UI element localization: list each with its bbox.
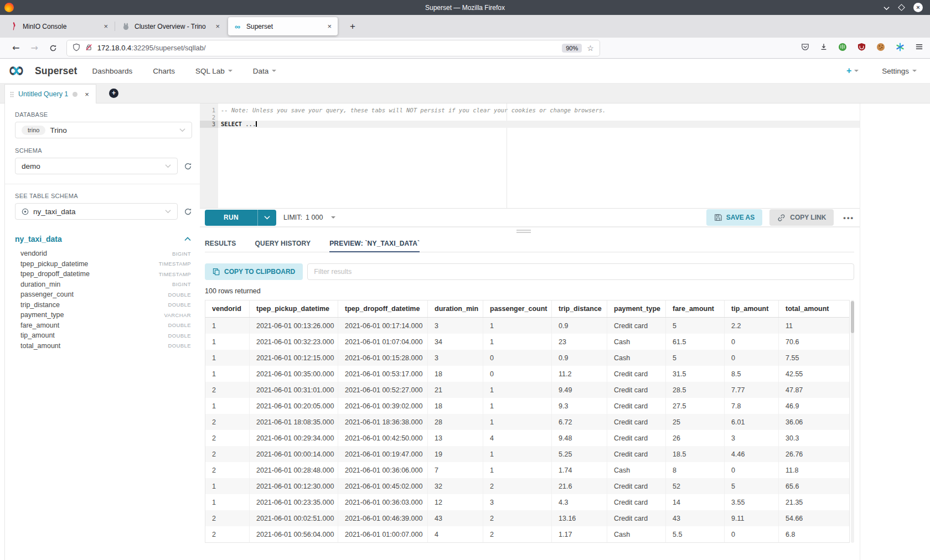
- copy-link-button[interactable]: COPY LINK: [769, 209, 834, 226]
- database-select[interactable]: trino Trino: [15, 122, 192, 138]
- column-header[interactable]: vendorid: [205, 300, 250, 317]
- tab-close-icon[interactable]: ×: [102, 22, 109, 30]
- filter-results-input[interactable]: [307, 263, 854, 280]
- table-cell: Cash: [607, 334, 666, 350]
- column-header[interactable]: fare_amount: [666, 300, 725, 317]
- column-name: tpep_pickup_datetime: [20, 260, 88, 268]
- run-options-chevron-icon[interactable]: [257, 210, 276, 226]
- insecure-lock-icon[interactable]: [85, 43, 92, 53]
- column-type: DOUBLE: [168, 333, 191, 339]
- table-cell: 6.8: [779, 526, 849, 542]
- nav-item-sql-lab[interactable]: SQL Lab: [195, 67, 232, 75]
- table-refresh-button[interactable]: [184, 208, 192, 216]
- editor-code[interactable]: -- Note: Unless you save your query, the…: [218, 103, 860, 208]
- privacy-badger-icon[interactable]: [838, 43, 847, 54]
- column-type: TIMESTAMP: [159, 261, 191, 267]
- copy-to-clipboard-button[interactable]: COPY TO CLIPBOARD: [205, 263, 303, 280]
- table-select[interactable]: ny_taxi_data: [15, 203, 178, 220]
- results-pane-tab-0[interactable]: RESULTS: [205, 235, 236, 252]
- sql-editor[interactable]: 123 -- Note: Unless you save your query,…: [200, 103, 860, 209]
- superset-logo[interactable]: ∞ ∞ Superset: [8, 62, 78, 80]
- scrollbar-thumb[interactable]: [851, 301, 854, 333]
- nav-item-label: Dashboards: [92, 67, 133, 75]
- table-row: 12021-06-01 00:32:23.0002021-06-01 01:07…: [205, 334, 849, 350]
- browser-tab-superset[interactable]: ∞Superset×: [228, 17, 338, 35]
- menu-hamburger-icon[interactable]: [915, 43, 923, 53]
- table-value: ny_taxi_data: [33, 208, 76, 216]
- downloads-icon[interactable]: [820, 43, 828, 53]
- settings-menu[interactable]: Settings: [882, 67, 917, 75]
- drag-handle-icon[interactable]: [10, 91, 14, 97]
- table-cell: 2021-06-01 00:32:23.000: [250, 334, 338, 350]
- table-cell: 2021-06-01 00:15:28.000: [338, 350, 428, 366]
- column-header[interactable]: tpep_dropoff_datetime: [338, 300, 428, 317]
- close-query-tab-icon[interactable]: ×: [85, 90, 89, 98]
- forward-button[interactable]: →: [30, 43, 38, 53]
- table-cell: 2021-06-01 00:39:02.000: [338, 398, 428, 414]
- chevron-up-icon[interactable]: [184, 237, 192, 241]
- table-cell: 2021-06-01 00:46:39.000: [338, 510, 428, 526]
- table-cell: 30.3: [779, 430, 849, 446]
- cookie-autodelete-icon[interactable]: [876, 43, 885, 54]
- table-cell: 3: [483, 494, 552, 510]
- extension-sparkle-icon[interactable]: [896, 43, 905, 54]
- schema-select[interactable]: demo: [15, 158, 178, 174]
- pocket-icon[interactable]: [801, 43, 809, 53]
- limit-control[interactable]: LIMIT: 1 000: [283, 214, 335, 221]
- reload-button[interactable]: [49, 44, 57, 52]
- sqllab-sidebar: DATABASE trino Trino SCHEMA demo SEE TAB…: [5, 103, 200, 560]
- column-header[interactable]: passenger_count: [483, 300, 552, 317]
- column-header[interactable]: total_amount: [779, 300, 849, 317]
- nav-item-data[interactable]: Data: [253, 67, 277, 75]
- save-as-button[interactable]: SAVE AS: [706, 209, 762, 226]
- table-cell: Credit card: [607, 398, 666, 414]
- tab-close-icon[interactable]: ×: [214, 22, 221, 30]
- schema-refresh-button[interactable]: [184, 162, 192, 170]
- column-header[interactable]: payment_type: [607, 300, 666, 317]
- bookmark-star-icon[interactable]: ☆: [587, 44, 594, 53]
- url-bar[interactable]: 172.18.0.4:32295/superset/sqllab/ 90% ☆: [67, 40, 600, 56]
- tracking-protection-shield-icon[interactable]: [73, 43, 80, 53]
- table-cell: 34: [428, 334, 483, 350]
- splitter-handle-icon[interactable]: [516, 230, 531, 234]
- floppy-disk-icon: [714, 214, 722, 221]
- ublock-origin-icon[interactable]: [857, 43, 866, 53]
- sql-keyword: SELECT: [221, 121, 242, 127]
- add-new-button[interactable]: +: [846, 66, 859, 76]
- schema-column-row: tip_amountDOUBLE: [15, 330, 192, 341]
- table-scrollbar[interactable]: [851, 300, 854, 543]
- query-tab-untitled-query-1[interactable]: Untitled Query 1 ×: [4, 84, 96, 103]
- run-button[interactable]: RUN: [205, 210, 257, 226]
- results-pane-tab-2[interactable]: PREVIEW: `NY_TAXI_DATA`: [329, 235, 420, 252]
- browser-tab-minio-console[interactable]: MinIO Console×: [4, 17, 114, 35]
- column-header[interactable]: trip_distance: [552, 300, 607, 317]
- add-query-tab-button[interactable]: +: [109, 89, 118, 98]
- column-header[interactable]: tpep_pickup_datetime: [250, 300, 338, 317]
- table-cell: 28.5: [666, 382, 725, 398]
- results-pane-tab-1[interactable]: QUERY HISTORY: [255, 235, 311, 252]
- nav-item-charts[interactable]: Charts: [153, 67, 175, 75]
- browser-tab-cluster-overview-trino[interactable]: Cluster Overview - Trino×: [116, 17, 226, 35]
- url-path: :32295/superset/sqllab/: [131, 44, 205, 52]
- column-header[interactable]: tip_amount: [725, 300, 779, 317]
- right-gutter: [860, 103, 930, 560]
- table-cell: 2: [205, 526, 250, 542]
- zoom-level-badge[interactable]: 90%: [562, 44, 582, 53]
- window-close-button[interactable]: ×: [913, 3, 923, 12]
- new-tab-button[interactable]: +: [347, 21, 359, 32]
- table-cell: Credit card: [607, 446, 666, 462]
- pane-splitter[interactable]: [200, 227, 860, 235]
- window-maximize-button[interactable]: [898, 4, 905, 11]
- tab-close-icon[interactable]: ×: [326, 22, 333, 30]
- nav-item-dashboards[interactable]: Dashboards: [92, 67, 133, 75]
- table-cell: Credit card: [607, 382, 666, 398]
- table-cell: 3: [428, 350, 483, 366]
- back-button[interactable]: ←: [12, 43, 19, 53]
- database-label: DATABASE: [15, 111, 192, 118]
- window-minimize-button[interactable]: [884, 3, 890, 13]
- table-row: 22021-06-01 00:29:34.0002021-06-01 00:42…: [205, 430, 849, 446]
- more-actions-button[interactable]: •••: [843, 214, 854, 222]
- main-nav: DashboardsChartsSQL LabData: [92, 67, 277, 75]
- column-header[interactable]: duration_min: [428, 300, 483, 317]
- table-schema-title[interactable]: ny_taxi_data: [15, 235, 62, 243]
